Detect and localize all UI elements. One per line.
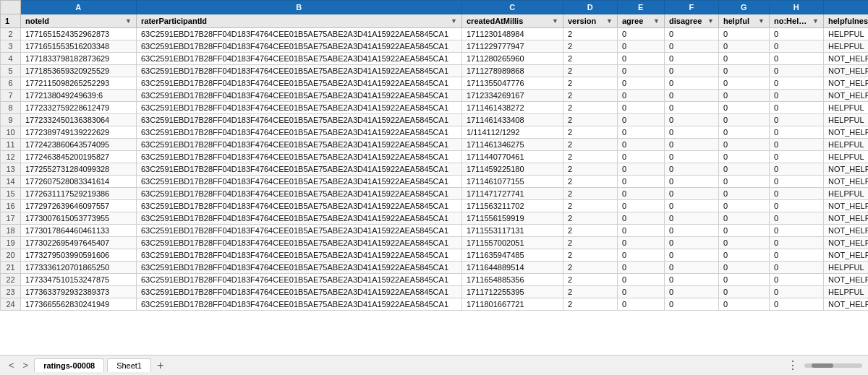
col-letter-h[interactable]: H: [770, 1, 824, 14]
cell-helpful[interactable]: 0: [719, 114, 770, 126]
cell-noteId[interactable]: 1772115098265252293: [21, 77, 137, 90]
cell-createdAt[interactable]: 1711644889514: [462, 262, 563, 274]
col-letter-c[interactable]: C: [462, 1, 563, 14]
add-sheet-btn[interactable]: +: [154, 359, 166, 372]
cell-createdAt[interactable]: 1711563211702: [462, 200, 563, 212]
cell-helpfulness[interactable]: HELPFUL: [824, 28, 869, 40]
cell-noteId[interactable]: 1773017864460461133: [21, 225, 137, 237]
cell-version[interactable]: 2: [563, 237, 618, 249]
cell-helpfulness[interactable]: NOT_HELPFUL: [824, 176, 869, 188]
cell-createdAt[interactable]: 1711461433408: [462, 114, 563, 126]
cell-version[interactable]: 2: [563, 262, 618, 274]
table-row[interactable]: 11177242386064357409563C2591EBD17B28FF04…: [1, 139, 869, 151]
cell-createdAt[interactable]: 1712334269167: [462, 90, 563, 102]
cell-helpfulness[interactable]: NOT_HELPFUL: [824, 298, 869, 311]
cell-agree[interactable]: 0: [618, 40, 665, 53]
cell-agree[interactable]: 0: [618, 102, 665, 114]
cell-raterId[interactable]: 63C2591EBD17B28FF04D183F4764CEE01B5AE75A…: [137, 225, 462, 237]
cell-helpfulness[interactable]: NOT_HELPFUL: [824, 53, 869, 65]
cell-raterId[interactable]: 63C2591EBD17B28FF04D183F4764CEE01B5AE75A…: [137, 286, 462, 298]
cell-noteId[interactable]: 1773007615053773955: [21, 212, 137, 225]
cell-noteId[interactable]: 1772552731284099328: [21, 163, 137, 176]
cell-disagree[interactable]: 0: [665, 53, 719, 65]
cell-version[interactable]: 2: [563, 126, 618, 139]
cell-noteId[interactable]: 1772332759228612479: [21, 102, 137, 114]
cell-agree[interactable]: 0: [618, 114, 665, 126]
cell-helpful[interactable]: 0: [719, 237, 770, 249]
cell-helpfulness[interactable]: NOT_HELPFUL: [824, 200, 869, 212]
cell-helpfulness[interactable]: NOT_HELPFUL: [824, 77, 869, 90]
table-row[interactable]: 18177301786446046113363C2591EBD17B28FF04…: [1, 225, 869, 237]
sheet-tab-ratings[interactable]: ratings-00008: [34, 358, 104, 372]
cell-raterId[interactable]: 63C2591EBD17B28FF04D183F4764CEE01B5AE75A…: [137, 212, 462, 225]
cell-createdAt[interactable]: 1711556159919: [462, 212, 563, 225]
cell-helpfulness[interactable]: HELPFUL: [824, 188, 869, 200]
table-row[interactable]: 15177263111752921938663C2591EBD17B28FF04…: [1, 188, 869, 200]
table-row[interactable]: 16177297263964609755763C2591EBD17B28FF04…: [1, 200, 869, 212]
cell-version[interactable]: 2: [563, 200, 618, 212]
cell-noteId[interactable]: 1772332450136383064: [21, 114, 137, 126]
cell-disagree[interactable]: 0: [665, 188, 719, 200]
cell-createdAt[interactable]: 1711654885356: [462, 274, 563, 286]
cell-agree[interactable]: 0: [618, 151, 665, 163]
col-header-raterId[interactable]: raterParticipantId ▼: [137, 14, 462, 28]
cell-version[interactable]: 2: [563, 163, 618, 176]
cell-noHelpful[interactable]: 0: [770, 163, 824, 176]
filter-icon-c[interactable]: ▼: [552, 17, 558, 25]
cell-helpfulness[interactable]: NOT_HELPFUL: [824, 90, 869, 102]
cell-noteId[interactable]: 1772423860643574095: [21, 139, 137, 151]
table-row[interactable]: 23177363379293238937363C2591EBD17B28FF04…: [1, 286, 869, 298]
cell-helpfulness[interactable]: NOT_HELPFUL: [824, 126, 869, 139]
cell-helpful[interactable]: 0: [719, 77, 770, 90]
cell-helpful[interactable]: 0: [719, 139, 770, 151]
cell-createdAt[interactable]: 1711471727741: [462, 188, 563, 200]
cell-noteId[interactable]: 1773336120701865250: [21, 262, 137, 274]
table-row[interactable]: 5177185365932092552963C2591EBD17B28FF04D…: [1, 65, 869, 77]
cell-helpful[interactable]: 0: [719, 163, 770, 176]
cell-createdAt[interactable]: 1711635947485: [462, 249, 563, 262]
filter-icon-h[interactable]: ▼: [812, 17, 819, 25]
cell-noHelpful[interactable]: 0: [770, 53, 824, 65]
cell-helpful[interactable]: 0: [719, 151, 770, 163]
cell-disagree[interactable]: 0: [665, 77, 719, 90]
col-letter-e[interactable]: E: [618, 1, 665, 14]
cell-noteId[interactable]: 1772463845200195827: [21, 151, 137, 163]
cell-agree[interactable]: 0: [618, 188, 665, 200]
cell-raterId[interactable]: 63C2591EBD17B28FF04D183F4764CEE01B5AE75A…: [137, 102, 462, 114]
cell-helpful[interactable]: 0: [719, 200, 770, 212]
table-row[interactable]: 4177183379818287362963C2591EBD17B28FF04D…: [1, 53, 869, 65]
cell-version[interactable]: 2: [563, 298, 618, 311]
cell-helpfulness[interactable]: NOT_HELPFUL: [824, 225, 869, 237]
table-wrapper[interactable]: A B C D E F G H 1 noteId ▼: [0, 0, 868, 355]
cell-createdAt[interactable]: 1711712255395: [462, 286, 563, 298]
cell-raterId[interactable]: 63C2591EBD17B28FF04D183F4764CEE01B5AE75A…: [137, 274, 462, 286]
cell-helpful[interactable]: 0: [719, 262, 770, 274]
cell-noHelpful[interactable]: 0: [770, 77, 824, 90]
cell-noHelpful[interactable]: 0: [770, 286, 824, 298]
cell-createdAt[interactable]: 1711355047776: [462, 77, 563, 90]
table-row[interactable]: 6177211509826525229363C2591EBD17B28FF04D…: [1, 77, 869, 90]
cell-version[interactable]: 2: [563, 188, 618, 200]
cell-agree[interactable]: 0: [618, 139, 665, 151]
cell-raterId[interactable]: 63C2591EBD17B28FF04D183F4764CEE01B5AE75A…: [137, 237, 462, 249]
cell-noteId[interactable]: 1771833798182873629: [21, 53, 137, 65]
cell-version[interactable]: 2: [563, 151, 618, 163]
cell-raterId[interactable]: 63C2591EBD17B28FF04D183F4764CEE01B5AE75A…: [137, 53, 462, 65]
cell-noteId[interactable]: 1773665562830241949: [21, 298, 137, 311]
cell-noteId[interactable]: 1772138049249639:6: [21, 90, 137, 102]
cell-disagree[interactable]: 0: [665, 176, 719, 188]
cell-version[interactable]: 2: [563, 28, 618, 40]
cell-helpful[interactable]: 0: [719, 274, 770, 286]
filter-icon-d[interactable]: ▼: [606, 17, 613, 25]
cell-createdAt[interactable]: 1711278989868: [462, 65, 563, 77]
cell-agree[interactable]: 0: [618, 53, 665, 65]
cell-helpfulness[interactable]: NOT_HELPFUL: [824, 237, 869, 249]
cell-createdAt[interactable]: 1711557002051: [462, 237, 563, 249]
cell-disagree[interactable]: 0: [665, 200, 719, 212]
cell-raterId[interactable]: 63C2591EBD17B28FF04D183F4764CEE01B5AE75A…: [137, 188, 462, 200]
cell-agree[interactable]: 0: [618, 298, 665, 311]
cell-raterId[interactable]: 63C2591EBD17B28FF04D183F4764CEE01B5AE75A…: [137, 200, 462, 212]
cell-version[interactable]: 2: [563, 40, 618, 53]
cell-noteId[interactable]: 1771853659320925529: [21, 65, 137, 77]
cell-raterId[interactable]: 63C2591EBD17B28FF04D183F4764CEE01B5AE75A…: [137, 126, 462, 139]
